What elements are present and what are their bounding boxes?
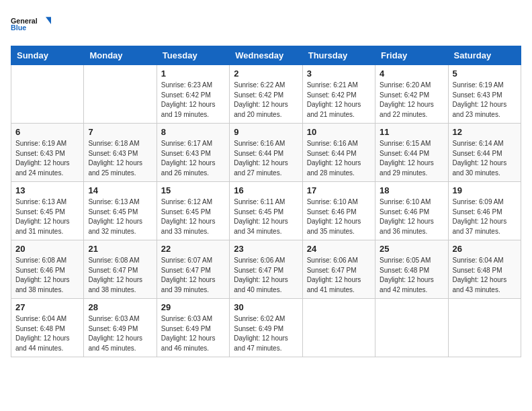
day-number: 30 bbox=[234, 302, 298, 312]
calendar-day-cell: 6Sunrise: 6:19 AMSunset: 6:43 PMDaylight… bbox=[11, 124, 84, 182]
calendar-day-cell: 20Sunrise: 6:08 AMSunset: 6:46 PMDayligh… bbox=[11, 240, 84, 299]
day-number: 18 bbox=[380, 185, 443, 195]
calendar-day-cell: 30Sunrise: 6:02 AMSunset: 6:49 PMDayligh… bbox=[230, 299, 302, 357]
day-number: 5 bbox=[453, 68, 517, 79]
day-number: 3 bbox=[307, 68, 371, 79]
day-number: 26 bbox=[453, 244, 517, 254]
weekday-header: Friday bbox=[375, 46, 448, 65]
calendar-day-cell: 14Sunrise: 6:13 AMSunset: 6:45 PMDayligh… bbox=[84, 182, 157, 240]
calendar-week-row: 1Sunrise: 6:23 AMSunset: 6:42 PMDaylight… bbox=[11, 65, 521, 124]
day-number: 19 bbox=[453, 185, 517, 195]
calendar-day-cell: 16Sunrise: 6:11 AMSunset: 6:45 PMDayligh… bbox=[230, 182, 302, 240]
weekday-header: Wednesday bbox=[230, 46, 302, 65]
day-info: Sunrise: 6:22 AMSunset: 6:42 PMDaylight:… bbox=[234, 81, 298, 120]
day-info: Sunrise: 6:11 AMSunset: 6:45 PMDaylight:… bbox=[234, 197, 298, 236]
day-number: 7 bbox=[88, 127, 152, 137]
day-info: Sunrise: 6:04 AMSunset: 6:48 PMDaylight:… bbox=[453, 256, 517, 295]
calendar-day-cell bbox=[302, 299, 375, 357]
day-info: Sunrise: 6:12 AMSunset: 6:45 PMDaylight:… bbox=[161, 197, 225, 236]
day-info: Sunrise: 6:23 AMSunset: 6:42 PMDaylight:… bbox=[161, 81, 225, 120]
calendar-week-row: 20Sunrise: 6:08 AMSunset: 6:46 PMDayligh… bbox=[11, 240, 521, 299]
day-info: Sunrise: 6:05 AMSunset: 6:48 PMDaylight:… bbox=[380, 256, 443, 295]
weekday-header: Sunday bbox=[11, 46, 84, 65]
day-info: Sunrise: 6:10 AMSunset: 6:46 PMDaylight:… bbox=[380, 197, 443, 236]
calendar-day-cell: 12Sunrise: 6:14 AMSunset: 6:44 PMDayligh… bbox=[448, 124, 521, 182]
day-info: Sunrise: 6:15 AMSunset: 6:44 PMDaylight:… bbox=[380, 139, 443, 178]
day-info: Sunrise: 6:03 AMSunset: 6:49 PMDaylight:… bbox=[161, 314, 225, 353]
day-number: 25 bbox=[380, 244, 443, 254]
calendar-day-cell: 27Sunrise: 6:04 AMSunset: 6:48 PMDayligh… bbox=[11, 299, 84, 357]
weekday-header: Monday bbox=[84, 46, 157, 65]
calendar-day-cell: 9Sunrise: 6:16 AMSunset: 6:44 PMDaylight… bbox=[230, 124, 302, 182]
day-number: 15 bbox=[161, 185, 225, 195]
day-number: 2 bbox=[234, 68, 298, 79]
day-number: 20 bbox=[15, 244, 79, 254]
day-info: Sunrise: 6:14 AMSunset: 6:44 PMDaylight:… bbox=[453, 139, 517, 178]
day-info: Sunrise: 6:06 AMSunset: 6:47 PMDaylight:… bbox=[234, 256, 298, 295]
calendar-day-cell: 2Sunrise: 6:22 AMSunset: 6:42 PMDaylight… bbox=[230, 65, 302, 124]
weekday-header: Thursday bbox=[302, 46, 375, 65]
calendar-day-cell: 23Sunrise: 6:06 AMSunset: 6:47 PMDayligh… bbox=[230, 240, 302, 299]
day-info: Sunrise: 6:13 AMSunset: 6:45 PMDaylight:… bbox=[15, 197, 79, 236]
calendar-day-cell bbox=[448, 299, 521, 357]
calendar-day-cell: 5Sunrise: 6:19 AMSunset: 6:43 PMDaylight… bbox=[448, 65, 521, 124]
day-info: Sunrise: 6:08 AMSunset: 6:47 PMDaylight:… bbox=[88, 256, 152, 295]
calendar-day-cell: 15Sunrise: 6:12 AMSunset: 6:45 PMDayligh… bbox=[157, 182, 229, 240]
calendar-week-row: 6Sunrise: 6:19 AMSunset: 6:43 PMDaylight… bbox=[11, 124, 521, 182]
day-info: Sunrise: 6:03 AMSunset: 6:49 PMDaylight:… bbox=[88, 314, 152, 353]
calendar-day-cell: 19Sunrise: 6:09 AMSunset: 6:46 PMDayligh… bbox=[448, 182, 521, 240]
calendar-day-cell: 10Sunrise: 6:16 AMSunset: 6:44 PMDayligh… bbox=[302, 124, 375, 182]
calendar-day-cell: 4Sunrise: 6:20 AMSunset: 6:42 PMDaylight… bbox=[375, 65, 448, 124]
day-number: 21 bbox=[88, 244, 152, 254]
calendar-day-cell: 11Sunrise: 6:15 AMSunset: 6:44 PMDayligh… bbox=[375, 124, 448, 182]
day-number: 22 bbox=[161, 244, 225, 254]
svg-text:Blue: Blue bbox=[11, 24, 26, 32]
day-number: 17 bbox=[307, 185, 371, 195]
calendar-day-cell: 3Sunrise: 6:21 AMSunset: 6:42 PMDaylight… bbox=[302, 65, 375, 124]
day-number: 16 bbox=[234, 185, 298, 195]
calendar-day-cell: 18Sunrise: 6:10 AMSunset: 6:46 PMDayligh… bbox=[375, 182, 448, 240]
day-number: 28 bbox=[88, 302, 152, 312]
calendar-day-cell: 25Sunrise: 6:05 AMSunset: 6:48 PMDayligh… bbox=[375, 240, 448, 299]
calendar-day-cell: 17Sunrise: 6:10 AMSunset: 6:46 PMDayligh… bbox=[302, 182, 375, 240]
day-info: Sunrise: 6:06 AMSunset: 6:47 PMDaylight:… bbox=[307, 256, 371, 295]
day-number: 24 bbox=[307, 244, 371, 254]
weekday-header: Tuesday bbox=[157, 46, 229, 65]
calendar-day-cell: 29Sunrise: 6:03 AMSunset: 6:49 PMDayligh… bbox=[157, 299, 229, 357]
calendar-day-cell bbox=[11, 65, 84, 124]
day-info: Sunrise: 6:19 AMSunset: 6:43 PMDaylight:… bbox=[15, 139, 79, 178]
calendar-day-cell: 1Sunrise: 6:23 AMSunset: 6:42 PMDaylight… bbox=[157, 65, 229, 124]
day-number: 23 bbox=[234, 244, 298, 254]
calendar-day-cell: 7Sunrise: 6:18 AMSunset: 6:43 PMDaylight… bbox=[84, 124, 157, 182]
day-info: Sunrise: 6:10 AMSunset: 6:46 PMDaylight:… bbox=[307, 197, 371, 236]
calendar-week-row: 27Sunrise: 6:04 AMSunset: 6:48 PMDayligh… bbox=[11, 299, 521, 357]
calendar-day-cell bbox=[84, 65, 157, 124]
calendar-day-cell bbox=[375, 299, 448, 357]
day-info: Sunrise: 6:16 AMSunset: 6:44 PMDaylight:… bbox=[307, 139, 371, 178]
day-info: Sunrise: 6:18 AMSunset: 6:43 PMDaylight:… bbox=[88, 139, 152, 178]
calendar-day-cell: 13Sunrise: 6:13 AMSunset: 6:45 PMDayligh… bbox=[11, 182, 84, 240]
day-info: Sunrise: 6:04 AMSunset: 6:48 PMDaylight:… bbox=[15, 314, 79, 353]
day-info: Sunrise: 6:09 AMSunset: 6:46 PMDaylight:… bbox=[453, 197, 517, 236]
day-number: 9 bbox=[234, 127, 298, 137]
day-number: 1 bbox=[161, 68, 225, 79]
calendar-week-row: 13Sunrise: 6:13 AMSunset: 6:45 PMDayligh… bbox=[11, 182, 521, 240]
day-info: Sunrise: 6:16 AMSunset: 6:44 PMDaylight:… bbox=[234, 139, 298, 178]
calendar-day-cell: 8Sunrise: 6:17 AMSunset: 6:43 PMDaylight… bbox=[157, 124, 229, 182]
day-info: Sunrise: 6:19 AMSunset: 6:43 PMDaylight:… bbox=[453, 81, 517, 120]
logo: General Blue bbox=[11, 11, 51, 38]
day-info: Sunrise: 6:08 AMSunset: 6:46 PMDaylight:… bbox=[15, 256, 79, 295]
day-number: 27 bbox=[15, 302, 79, 312]
calendar-day-cell: 24Sunrise: 6:06 AMSunset: 6:47 PMDayligh… bbox=[302, 240, 375, 299]
day-number: 29 bbox=[161, 302, 225, 312]
calendar-header-row: SundayMondayTuesdayWednesdayThursdayFrid… bbox=[11, 46, 521, 65]
day-info: Sunrise: 6:20 AMSunset: 6:42 PMDaylight:… bbox=[380, 81, 443, 120]
day-number: 12 bbox=[453, 127, 517, 137]
day-info: Sunrise: 6:13 AMSunset: 6:45 PMDaylight:… bbox=[88, 197, 152, 236]
day-info: Sunrise: 6:02 AMSunset: 6:49 PMDaylight:… bbox=[234, 314, 298, 353]
calendar-day-cell: 22Sunrise: 6:07 AMSunset: 6:47 PMDayligh… bbox=[157, 240, 229, 299]
logo-svg: General Blue bbox=[11, 11, 51, 38]
day-number: 6 bbox=[15, 127, 79, 137]
calendar-table: SundayMondayTuesdayWednesdayThursdayFrid… bbox=[11, 46, 521, 357]
calendar-day-cell: 26Sunrise: 6:04 AMSunset: 6:48 PMDayligh… bbox=[448, 240, 521, 299]
